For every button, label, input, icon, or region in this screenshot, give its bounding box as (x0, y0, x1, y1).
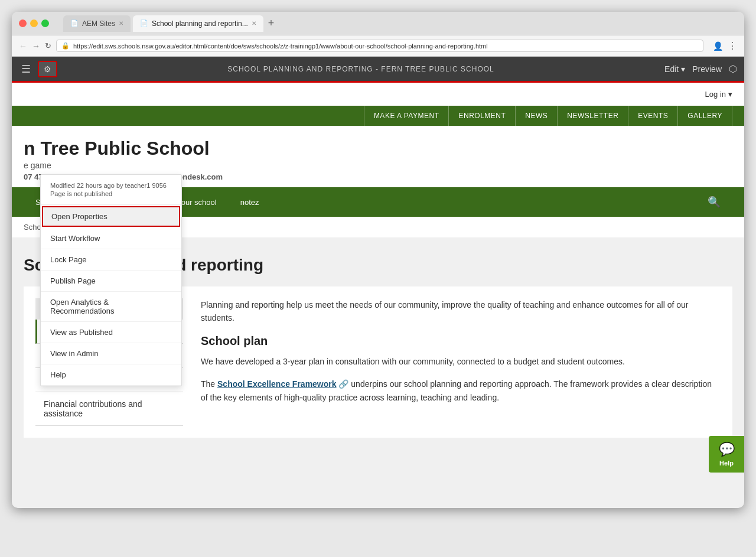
nav-newsletter[interactable]: NEWSLETTER (558, 106, 628, 126)
aem-topbar: ☰ ⚙ SCHOOL PLANNING AND REPORTING - FERN… (12, 57, 744, 83)
tab-school-planning[interactable]: 📄 School planning and reportin... ✕ (133, 15, 263, 32)
profile-icon[interactable]: 👤 (713, 41, 723, 51)
refresh-button[interactable]: ↻ (45, 41, 51, 50)
school-plan-para2: The School Excellence Framework 🔗 underp… (201, 377, 721, 404)
sec-nav-notez[interactable]: notez (229, 190, 271, 215)
browser-actions: 👤 ⋮ (713, 40, 737, 51)
sidebar-toggle-button[interactable]: ☰ (19, 60, 33, 78)
school-title: n Tree Public School (24, 138, 732, 159)
school-plan-para1: We have developed a 3-year plan in consu… (201, 355, 721, 368)
url-text: https://edit.sws.schools.nsw.gov.au/edit… (73, 43, 488, 50)
traffic-lights (19, 19, 49, 27)
nav-enrolment[interactable]: ENROLMENT (449, 106, 516, 126)
nav-events[interactable]: EVENTS (628, 106, 678, 126)
url-field[interactable]: 🔒 https://edit.sws.schools.nsw.gov.au/ed… (56, 40, 703, 52)
not-published-text: Page is not published (50, 190, 172, 197)
tab-aem-sites-close[interactable]: ✕ (119, 20, 123, 27)
preview-button[interactable]: Preview (692, 64, 722, 74)
school-header: Log in ▾ (12, 83, 744, 106)
sidebar-item-financial[interactable]: Financial contributions and assistance (35, 392, 183, 426)
tab-aem-sites[interactable]: 📄 AEM Sites ✕ (63, 15, 131, 32)
maximize-button[interactable] (41, 19, 49, 27)
preview-label: Preview (692, 64, 722, 74)
dropdown-item-start-workflow[interactable]: Start Workflow (41, 228, 181, 249)
login-bar: Log in ▾ (24, 87, 732, 101)
tab-school-label: School planning and reportin... (152, 19, 248, 28)
help-float-icon: 💬 (712, 442, 741, 457)
tab-bar: 📄 AEM Sites ✕ 📄 School planning and repo… (63, 15, 274, 32)
more-options-icon[interactable]: ⋮ (728, 40, 737, 51)
dropdown-panel: Modified 22 hours ago by teacher1 9056 P… (40, 174, 182, 386)
login-label: Log in (705, 90, 726, 99)
dropdown-header: Modified 22 hours ago by teacher1 9056 P… (41, 175, 181, 205)
new-tab-button[interactable]: + (268, 17, 275, 30)
school-plan-heading: School plan (201, 334, 721, 348)
help-float-label: Help (719, 460, 734, 467)
edit-label: Edit (664, 64, 679, 74)
dropdown-item-view-published[interactable]: View as Published (41, 322, 181, 343)
dropdown-item-lock-page[interactable]: Lock Page (41, 249, 181, 271)
edit-chevron-icon: ▾ (681, 64, 685, 74)
tab-school-close[interactable]: ✕ (252, 20, 256, 27)
tab-school-icon: 📄 (140, 19, 148, 27)
school-excellence-framework-link[interactable]: School Excellence Framework (217, 379, 337, 389)
edit-button[interactable]: Edit ▾ (664, 64, 685, 74)
modified-text: Modified 22 hours ago by teacher1 9056 (50, 182, 172, 189)
dropdown-item-help[interactable]: Help (41, 364, 181, 386)
aem-topbar-title: SCHOOL PLANNING AND REPORTING - FERN TRE… (57, 65, 664, 73)
controls-icon: ⚙ (44, 64, 51, 74)
aem-controls-button[interactable]: ⚙ (38, 61, 57, 77)
school-top-nav: MAKE A PAYMENT ENROLMENT NEWS NEWSLETTER… (12, 106, 744, 126)
address-bar: ← → ↻ 🔒 https://edit.sws.schools.nsw.gov… (12, 35, 744, 57)
nav-gallery[interactable]: GALLERY (678, 106, 732, 126)
dropdown-item-open-analytics[interactable]: Open Analytics & Recommendations (41, 292, 181, 322)
title-bar: 📄 AEM Sites ✕ 📄 School planning and repo… (12, 12, 744, 35)
tab-aem-sites-label: AEM Sites (82, 19, 115, 28)
dropdown-item-open-properties[interactable]: Open Properties (42, 206, 180, 227)
lock-icon: 🔒 (61, 42, 70, 50)
back-button[interactable]: ← (19, 41, 27, 51)
help-float-button[interactable]: 💬 Help (709, 436, 744, 473)
minimize-button[interactable] (30, 19, 38, 27)
external-link-icon: 🔗 (338, 379, 348, 389)
main-text-content: Planning and reporting help us meet the … (201, 298, 721, 426)
share-icon[interactable]: ⬡ (729, 63, 737, 74)
aem-topbar-left: ☰ ⚙ (19, 60, 57, 78)
school-nav-inner: MAKE A PAYMENT ENROLMENT NEWS NEWSLETTER… (24, 106, 732, 126)
forward-button[interactable]: → (32, 41, 40, 51)
tab-icon: 📄 (70, 19, 79, 27)
search-icon[interactable]: 🔍 (696, 187, 732, 217)
nav-news[interactable]: NEWS (516, 106, 558, 126)
dropdown-item-publish-page[interactable]: Publish Page (41, 271, 181, 292)
login-chevron-icon: ▾ (728, 90, 732, 99)
dropdown-item-view-admin[interactable]: View in Admin (41, 343, 181, 364)
page-wrapper: Modified 22 hours ago by teacher1 9056 P… (12, 83, 744, 508)
intro-paragraph: Planning and reporting help us meet the … (201, 298, 721, 325)
aem-topbar-right: Edit ▾ Preview ⬡ (664, 63, 737, 74)
close-button[interactable] (19, 19, 27, 27)
nav-make-payment[interactable]: MAKE A PAYMENT (364, 106, 449, 126)
para2-prefix: The (201, 379, 217, 389)
login-button[interactable]: Log in ▾ (705, 90, 732, 99)
school-subtitle: e game (24, 161, 732, 170)
